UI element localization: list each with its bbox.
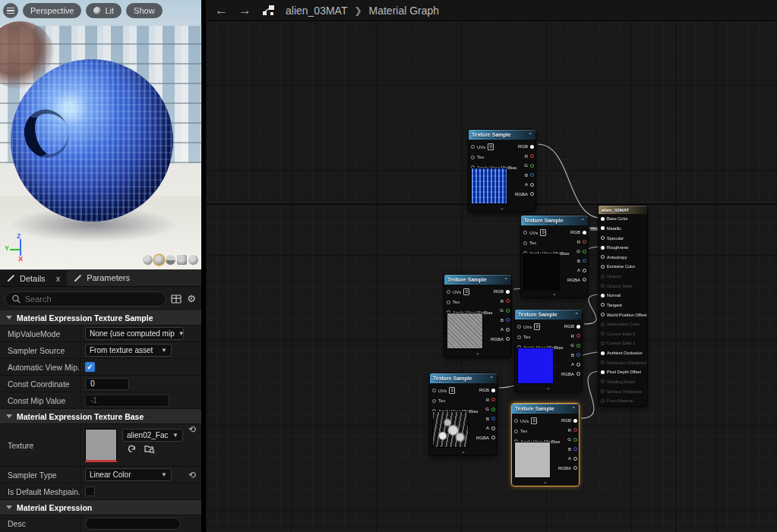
output-pin-a[interactable]	[491, 427, 495, 430]
input-pin[interactable]	[523, 241, 527, 245]
texture-sample-pdo[interactable]: Texture Sample⌃UVs0TexApply View MipBias…	[511, 403, 580, 486]
output-pin-a[interactable]	[576, 363, 580, 367]
material-pin[interactable]	[601, 303, 605, 307]
node-header[interactable]: Texture Sample⌃	[515, 310, 582, 320]
shape-plane-button[interactable]	[166, 255, 175, 265]
texture-sample-normal[interactable]: Texture Sample⌃UVs0TexApply View MipBias…	[514, 309, 583, 392]
search-box[interactable]	[5, 291, 166, 307]
desc-input[interactable]	[85, 518, 181, 530]
material-pin[interactable]	[601, 370, 605, 374]
perspective-button[interactable]: Perspective	[23, 3, 81, 18]
use-selected-asset-icon[interactable]	[127, 444, 137, 454]
output-pin-rgba[interactable]	[530, 192, 534, 196]
shape-cylinder-button[interactable]	[143, 255, 153, 265]
preview-viewport[interactable]: Perspective Lit Show Z Y X	[0, 0, 204, 269]
output-pin-r[interactable]	[506, 299, 510, 303]
search-input[interactable]	[25, 294, 160, 304]
output-pin-a[interactable]	[583, 269, 586, 272]
uv-index-box[interactable]: 0	[534, 323, 540, 330]
output-pin-rgba[interactable]	[573, 466, 577, 470]
output-pin-b[interactable]	[506, 318, 510, 322]
output-pin-g[interactable]	[573, 438, 577, 442]
output-pin-b[interactable]	[573, 447, 577, 451]
material-pin[interactable]	[601, 226, 605, 230]
reset-to-default-icon[interactable]: ⟲	[183, 470, 201, 480]
output-pin-a[interactable]	[506, 328, 510, 332]
output-pin-b[interactable]	[583, 259, 586, 263]
node-header[interactable]: Texture Sample⌃	[521, 216, 588, 225]
node-header[interactable]: Texture Sample⌃	[444, 275, 511, 285]
output-pin-rgba[interactable]	[491, 436, 495, 439]
input-pin[interactable]	[432, 389, 436, 392]
output-pin-g[interactable]	[583, 250, 586, 253]
input-pin[interactable]	[523, 231, 527, 235]
const-coordinate-input[interactable]: 0	[85, 378, 129, 390]
output-pin-r[interactable]	[530, 154, 534, 158]
output-pin-b[interactable]	[491, 417, 495, 420]
reset-to-default-icon[interactable]: ⟲	[183, 424, 201, 467]
output-pin-r[interactable]	[576, 334, 580, 338]
output-pin-r[interactable]	[573, 428, 577, 432]
show-button[interactable]: Show	[126, 3, 163, 18]
collapse-up-icon[interactable]: ⌃	[574, 312, 579, 317]
section-texture-base[interactable]: Material Expression Texture Base	[0, 409, 201, 424]
material-graph[interactable]: Texture Sample⌃UVs0TexApply View MipBias…	[206, 0, 777, 532]
node-header[interactable]: Texture Sample⌃	[512, 404, 579, 414]
is-default-meshpaint-checkbox[interactable]	[85, 486, 95, 496]
sampler-source-dropdown[interactable]: From texture asset ▼	[85, 344, 172, 357]
collapse-up-icon[interactable]: ⌃	[489, 376, 494, 381]
input-pin[interactable]	[514, 419, 518, 423]
input-pin[interactable]	[432, 399, 436, 403]
material-pin[interactable]	[601, 313, 605, 316]
output-pin-rgb[interactable]	[583, 231, 586, 235]
texture-sample-roughness[interactable]: Texture Sample⌃UVs0TexApply View MipBias…	[444, 274, 512, 357]
input-pin[interactable]	[447, 290, 450, 294]
texture-sample-metallic[interactable]: Texture Sample⌃UVs0TexApply View MipBias…	[520, 215, 589, 298]
texture-thumbnail[interactable]	[85, 429, 117, 462]
material-pin[interactable]	[601, 236, 605, 240]
input-pin[interactable]	[471, 156, 475, 159]
texture-sample-basecolor[interactable]: Texture Sample⌃UVs0TexApply View MipBias…	[468, 129, 536, 212]
material-pin[interactable]	[601, 351, 605, 355]
input-pin[interactable]	[514, 430, 518, 433]
grid-view-icon[interactable]	[171, 294, 182, 304]
output-pin-g[interactable]	[491, 408, 495, 411]
uv-index-box[interactable]: 0	[463, 288, 469, 295]
output-pin-rgb[interactable]	[491, 389, 495, 392]
output-pin-g[interactable]	[530, 164, 534, 168]
collapse-down-icon[interactable]: ⌄	[512, 479, 579, 486]
collapse-down-icon[interactable]: ⌄	[469, 205, 535, 212]
connection-wire[interactable]	[538, 144, 601, 218]
output-pin-rgb[interactable]	[506, 290, 510, 294]
texture-sample-ao[interactable]: Texture Sample⌃UVs0TexApply View MipBias…	[429, 373, 497, 456]
output-pin-rgba[interactable]	[506, 337, 510, 341]
material-pin[interactable]	[601, 246, 605, 250]
viewport-menu-button[interactable]	[3, 3, 18, 18]
texture-asset-dropdown[interactable]: alien02_Fac ▼	[122, 429, 183, 442]
close-icon[interactable]: x	[56, 274, 61, 283]
material-pin[interactable]	[601, 294, 605, 297]
collapse-down-icon[interactable]: ⌄	[430, 449, 497, 455]
output-pin-r[interactable]	[583, 240, 586, 244]
forward-arrow-icon[interactable]: →	[238, 4, 251, 17]
collapse-down-icon[interactable]: ⌄	[444, 350, 511, 357]
input-pin[interactable]	[447, 301, 450, 304]
input-pin[interactable]	[517, 325, 521, 329]
output-pin-rgb[interactable]	[576, 325, 580, 329]
node-header[interactable]: Texture Sample⌃	[430, 373, 497, 383]
collapse-down-icon[interactable]: ⌄	[521, 291, 588, 297]
material-pin[interactable]	[601, 265, 605, 269]
output-pin-b[interactable]	[530, 173, 534, 177]
collapse-up-icon[interactable]: ⌃	[528, 132, 532, 137]
output-pin-r[interactable]	[491, 398, 495, 401]
breadcrumb-asset[interactable]: alien_03MAT	[286, 5, 347, 17]
shape-teapot-button[interactable]	[188, 255, 198, 265]
automatic-view-mip-checkbox[interactable]: ✓	[85, 362, 95, 372]
gear-icon[interactable]: ⚙	[186, 294, 197, 304]
output-pin-a[interactable]	[573, 457, 577, 461]
mip-value-mode-dropdown[interactable]: None (use computed mip ▼	[85, 327, 184, 340]
output-node-header[interactable]: alien_03MAT	[599, 206, 647, 214]
section-material-expression[interactable]: Material Expression	[0, 500, 201, 515]
shape-cube-button[interactable]	[177, 255, 187, 265]
input-pin[interactable]	[471, 145, 475, 149]
